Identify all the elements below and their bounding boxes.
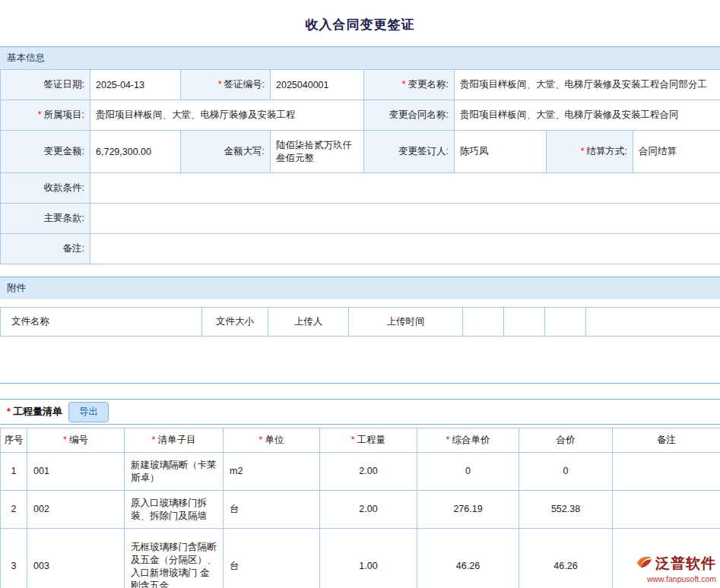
fanpu-logo-icon [635, 554, 653, 574]
boq-cell-code: 001 [27, 453, 125, 491]
field-value-visa-no: 2025040001 [271, 70, 364, 100]
field-label-amount-words: 金额大写: [181, 131, 271, 173]
form-row-1: 签证日期: 2025-04-13 *签证编号: 2025040001 *变更名称… [1, 70, 720, 100]
boq-col-code: *编号 [27, 428, 125, 453]
required-asterisk: * [218, 79, 222, 90]
boq-row: 3 003 无框玻璃移门含隔断及五金（分隔区）、入口新增玻璃门 金刚含五金 台 … [1, 529, 720, 588]
required-asterisk: * [7, 406, 11, 417]
boq-cell-unit-price: 276.19 [417, 491, 519, 529]
basic-info-form: 签证日期: 2025-04-13 *签证编号: 2025040001 *变更名称… [0, 69, 720, 264]
boq-col-unit: *单位 [224, 428, 320, 453]
field-value-settlement: 合同结算 [633, 131, 720, 173]
field-label-change-contract: 变更合同名称: [364, 100, 455, 131]
field-label-sign-date: 签证日期: [1, 70, 90, 100]
attachments-col-empty [586, 308, 720, 337]
export-button[interactable]: 导出 [68, 402, 109, 422]
attachments-table: 文件名称 文件大小 上传人 上传时间 [0, 307, 720, 337]
boq-col-quantity: *工程量 [320, 428, 417, 453]
required-asterisk: * [152, 435, 156, 445]
field-label-receipt-terms: 收款条件: [1, 173, 90, 204]
boq-row: 1 001 新建玻璃隔断（卡莱斯卓） m2 2.00 0 0 [1, 453, 720, 491]
boq-cell-remark [613, 491, 720, 529]
field-value-main-clauses [90, 204, 720, 234]
boq-cell-quantity: 1.00 [320, 529, 417, 588]
boq-cell-unit: m2 [224, 453, 320, 491]
attachments-empty-area [0, 337, 720, 384]
required-asterisk: * [446, 435, 450, 445]
form-row-6: 备注: [1, 234, 720, 264]
required-asterisk: * [63, 435, 67, 445]
attachments-col-upload-time: 上传时间 [349, 308, 463, 337]
field-label-change-name: *变更名称: [364, 70, 455, 100]
boq-cell-seq: 1 [1, 453, 27, 491]
field-value-change-contract: 贵阳项目样板间、大堂、电梯厅装修及安装工程合同 [455, 100, 720, 131]
field-value-amount: 6,729,300.00 [90, 131, 181, 173]
boq-col-remark: 备注 [613, 428, 720, 453]
fanpu-logo-brand: 泛普软件 [655, 554, 716, 574]
boq-cell-code: 002 [27, 491, 125, 529]
section-header-basic-info-label: 基本信息 [7, 52, 45, 63]
field-value-amount-words: 陆佰柒拾贰万玖仟叁佰元整 [271, 131, 364, 173]
boq-col-item: *清单子目 [125, 428, 224, 453]
boq-cell-unit: 台 [224, 529, 320, 588]
form-row-4: 收款条件: [1, 173, 720, 204]
attachments-col-uploader: 上传人 [268, 308, 349, 337]
attachments-col-file-name: 文件名称 [1, 308, 202, 337]
boq-cell-total: 0 [519, 453, 613, 491]
boq-cell-quantity: 2.00 [320, 491, 417, 529]
field-value-remark [90, 234, 720, 264]
field-label-project: *所属项目: [1, 100, 90, 131]
boq-row: 2 002 原入口玻璃移门拆装、拆除门及隔墙 台 2.00 276.19 552… [1, 491, 720, 529]
page-title: 收入合同变更签证 [0, 0, 720, 46]
field-value-project: 贵阳项目样板间、大堂、电梯厅装修及安装工程 [90, 100, 364, 131]
field-label-signer: 变更签订人: [364, 131, 455, 173]
required-asterisk: * [38, 109, 42, 120]
boq-cell-remark [613, 453, 720, 491]
page: 收入合同变更签证 基本信息 签证日期: 2025-04-13 *签证编号: 20… [0, 0, 720, 588]
section-header-attachments-label: 附件 [7, 283, 26, 293]
required-asterisk: * [351, 435, 355, 445]
attachments-col-file-size: 文件大小 [202, 308, 268, 337]
boq-section-bar: *工程量清单 导出 [0, 399, 720, 425]
field-label-settlement: *结算方式: [547, 131, 633, 173]
field-label-amount: 变更金额: [1, 131, 90, 173]
field-label-visa-no: *签证编号: [181, 70, 271, 100]
boq-cell-seq: 3 [1, 529, 27, 588]
field-value-sign-date: 2025-04-13 [90, 70, 181, 100]
attachments-header-row: 文件名称 文件大小 上传人 上传时间 [1, 308, 720, 337]
boq-col-seq: 序号 [1, 428, 27, 453]
boq-cell-item: 无框玻璃移门含隔断及五金（分隔区）、入口新增玻璃门 金刚含五金 [125, 529, 224, 588]
boq-section-title: *工程量清单 [7, 405, 62, 419]
required-asterisk: * [581, 146, 585, 156]
boq-cell-total: 552.38 [519, 491, 613, 529]
field-value-receipt-terms [90, 173, 720, 204]
required-asterisk: * [402, 79, 406, 90]
form-row-5: 主要条款: [1, 204, 720, 234]
attachments-col-empty [504, 308, 545, 337]
boq-table: 序号 *编号 *清单子目 *单位 *工程量 *综合单价 合价 备注 1 001 … [0, 428, 720, 588]
boq-header-row: 序号 *编号 *清单子目 *单位 *工程量 *综合单价 合价 备注 [1, 428, 720, 453]
boq-cell-seq: 2 [1, 491, 27, 529]
attachments-col-empty [463, 308, 504, 337]
attachments-col-empty [545, 308, 586, 337]
boq-cell-unit-price: 46.26 [417, 529, 519, 588]
required-asterisk: * [259, 435, 263, 445]
boq-cell-total: 46.26 [519, 529, 613, 588]
boq-col-unit-price: *综合单价 [417, 428, 519, 453]
form-row-3: 变更金额: 6,729,300.00 金额大写: 陆佰柒拾贰万玖仟叁佰元整 变更… [1, 131, 720, 173]
section-header-attachments: 附件 [0, 277, 720, 299]
field-value-signer: 陈巧凤 [455, 131, 547, 173]
fanpu-logo-site: www.fanpusoft.com [635, 574, 716, 583]
field-label-main-clauses: 主要条款: [1, 204, 90, 234]
field-label-remark: 备注: [1, 234, 90, 264]
section-header-basic-info: 基本信息 [0, 46, 720, 69]
boq-cell-code: 003 [27, 529, 125, 588]
boq-col-total: 合价 [519, 428, 613, 453]
boq-cell-unit: 台 [224, 491, 320, 529]
boq-cell-unit-price: 0 [417, 453, 519, 491]
field-value-change-name: 贵阳项目样板间、大堂、电梯厅装修及安装工程合同部分工 [455, 70, 720, 100]
boq-cell-item: 原入口玻璃移门拆装、拆除门及隔墙 [125, 491, 224, 529]
boq-cell-item: 新建玻璃隔断（卡莱斯卓） [125, 453, 224, 491]
boq-cell-quantity: 2.00 [320, 453, 417, 491]
fanpu-logo: 泛普软件 www.fanpusoft.com [635, 554, 716, 583]
